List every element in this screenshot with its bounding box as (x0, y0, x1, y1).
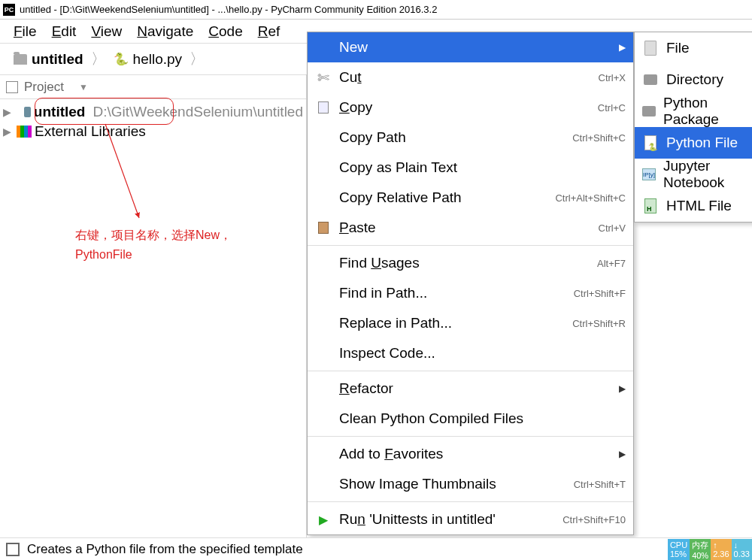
menu-file[interactable]: File (6, 22, 44, 41)
perf-download: ↓0.33 (732, 539, 752, 560)
dropdown-icon[interactable]: ▼ (79, 82, 88, 92)
context-menu-item[interactable]: Find in Path...Ctrl+Shift+F (308, 278, 633, 308)
window-title-bar: PC untitled - [D:\Git\WeekendSelenium\un… (0, 0, 752, 20)
perf-upload: ↑2.36 (711, 539, 731, 560)
context-menu-item[interactable]: Show Image ThumbnailsCtrl+Shift+T (308, 469, 633, 499)
context-menu-item[interactable]: Add to Favorites▶ (308, 439, 633, 469)
context-menu-item[interactable]: Copy PathCtrl+Shift+C (308, 123, 633, 153)
menu-item-label: Refactor (339, 380, 604, 397)
folder-icon (24, 107, 30, 117)
menu-edit[interactable]: Edit (44, 22, 84, 41)
context-menu-item[interactable]: Copy as Plain Text (308, 153, 633, 183)
context-menu-item[interactable]: Refactor▶ (308, 374, 633, 404)
menu-item-label: Clean Python Compiled Files (339, 410, 626, 427)
context-menu-item[interactable]: PasteCtrl+V (308, 213, 633, 243)
window-title: untitled - [D:\Git\WeekendSelenium\untit… (20, 4, 437, 15)
context-menu-item[interactable]: Find UsagesAlt+F7 (308, 248, 633, 278)
context-menu-item[interactable]: Replace in Path...Ctrl+Shift+R (308, 308, 633, 338)
menu-item-label: Inspect Code... (339, 345, 626, 362)
expand-arrow-icon[interactable]: ▶ (3, 106, 11, 118)
menu-item-label: Copy (339, 99, 575, 116)
menu-item-label: Show Image Thumbnails (339, 476, 551, 492)
tree-row-project[interactable]: ▶ untitled D:\Git\WeekendSelenium\untitl… (0, 102, 306, 122)
project-tree: ▶ untitled D:\Git\WeekendSelenium\untitl… (0, 99, 306, 144)
submenu-item[interactable]: Directory (635, 64, 752, 95)
sidebar-header-label: Project (24, 80, 64, 95)
chevron-right-icon: ▶ (619, 383, 626, 394)
submenu-item-label: HTML File (666, 198, 732, 214)
libraries-icon (17, 126, 32, 138)
shortcut-label: Ctrl+V (599, 222, 626, 234)
tree-external-label: External Libraries (35, 123, 146, 140)
menu-item-label: Find Usages (339, 255, 575, 271)
tree-row-external[interactable]: ▶ External Libraries (0, 122, 306, 141)
menu-item-label: Copy as Plain Text (339, 159, 626, 176)
project-sidebar: Project ▼ ▶ untitled D:\Git\WeekendSelen… (0, 75, 307, 537)
submenu-item-label: Python Package (663, 95, 746, 128)
context-menu-item[interactable]: ✄CutCtrl+X (308, 62, 633, 92)
annotation-text: 右键，项目名称，选择New，PythonFile (75, 226, 232, 264)
new-submenu: FileDirectoryPython PackagePython FileIP… (634, 32, 752, 222)
python-icon (642, 135, 659, 151)
menu-code[interactable]: Code (201, 22, 250, 41)
folder-icon (14, 54, 27, 65)
submenu-item-label: File (666, 40, 690, 56)
tree-project-path: D:\Git\WeekendSelenium\untitled (92, 104, 303, 120)
shortcut-label: Ctrl+Shift+R (572, 318, 626, 329)
context-menu-item[interactable]: CopyCtrl+C (308, 92, 633, 123)
folder-icon (642, 103, 656, 120)
submenu-item-label: Jupyter Notebook (663, 158, 746, 191)
submenu-item[interactable]: HTML File (635, 190, 752, 222)
menu-refactor[interactable]: Ref (250, 22, 288, 41)
project-tool-icon (6, 81, 18, 93)
html-icon (642, 198, 659, 214)
submenu-item[interactable]: File (635, 32, 752, 64)
context-menu-item[interactable]: Inspect Code... (308, 338, 633, 368)
shortcut-label: Ctrl+Shift+F (574, 288, 626, 299)
paste-icon (315, 222, 332, 234)
shortcut-label: Alt+F7 (597, 258, 626, 269)
file-icon (642, 40, 659, 56)
chevron-right-icon: ▶ (619, 449, 626, 459)
menu-navigate[interactable]: Navigate (129, 22, 201, 41)
breadcrumb-file[interactable]: 🐍 hello.py (108, 48, 189, 71)
chevron-right-icon: ▶ (619, 42, 626, 53)
context-menu-item[interactable]: New▶ (308, 32, 633, 62)
submenu-item[interactable]: Python Package (635, 95, 752, 127)
menu-view[interactable]: View (83, 22, 129, 41)
menu-item-label: Find in Path... (339, 285, 551, 301)
menu-item-label: Cut (339, 69, 576, 86)
copy-icon (315, 101, 332, 114)
menu-item-label: Copy Relative Path (339, 189, 532, 206)
submenu-item[interactable]: Python File (635, 127, 752, 159)
menu-item-label: Copy Path (339, 129, 550, 146)
status-text: Creates a Python file from the specified… (27, 542, 303, 557)
tree-project-name: untitled (34, 104, 86, 120)
breadcrumb-project[interactable]: untitled (8, 48, 89, 71)
shortcut-label: Ctrl+Shift+C (572, 132, 626, 144)
perf-cpu: CPU15% (668, 539, 690, 560)
menu-item-label: New (339, 39, 604, 56)
context-menu-item[interactable]: Copy Relative PathCtrl+Alt+Shift+C (308, 183, 633, 213)
submenu-item-label: Directory (666, 71, 723, 88)
menu-item-label: Run 'Unittests in untitled' (339, 511, 540, 528)
context-menu-item[interactable]: Clean Python Compiled Files (308, 404, 633, 434)
context-menu-item[interactable]: ▶Run 'Unittests in untitled'Ctrl+Shift+F… (308, 504, 633, 534)
submenu-item-label: Python File (666, 135, 738, 151)
shortcut-label: Ctrl+C (598, 102, 626, 114)
run-icon: ▶ (315, 513, 332, 527)
sidebar-header[interactable]: Project ▼ (0, 75, 306, 99)
app-icon: PC (3, 4, 15, 16)
breadcrumb-separator: 〉 (190, 49, 205, 69)
breadcrumb-project-label: untitled (32, 51, 83, 68)
menu-item-label: Replace in Path... (339, 315, 550, 331)
submenu-item[interactable]: IP[y]Jupyter Notebook (635, 159, 752, 190)
expand-arrow-icon[interactable]: ▶ (3, 126, 14, 138)
cut-icon: ✄ (315, 69, 332, 86)
shortcut-label: Ctrl+Alt+Shift+C (555, 192, 626, 204)
breadcrumb-file-label: hello.py (133, 51, 183, 68)
shortcut-label: Ctrl+Shift+T (574, 479, 626, 490)
shortcut-label: Ctrl+X (599, 72, 626, 83)
context-menu: New▶✄CutCtrl+XCopyCtrl+CCopy PathCtrl+Sh… (307, 32, 634, 535)
jupyter-icon: IP[y] (642, 166, 656, 183)
